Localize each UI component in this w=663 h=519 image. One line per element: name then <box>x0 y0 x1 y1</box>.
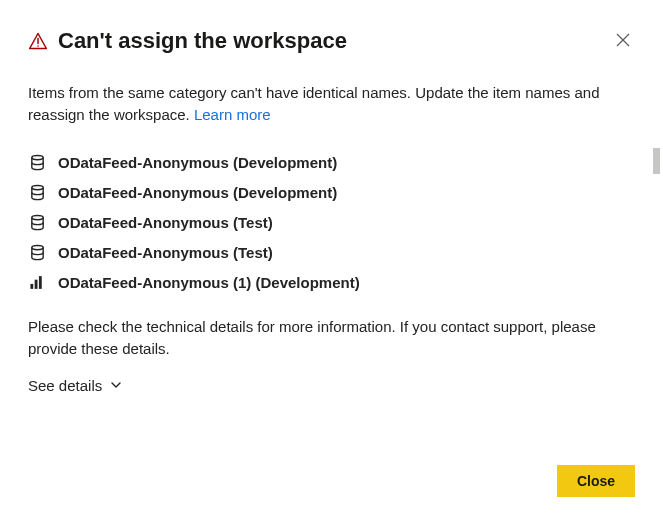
svg-rect-8 <box>30 284 33 289</box>
item-label: ODataFeed-Anonymous (1) (Development) <box>58 274 360 291</box>
dataset-icon <box>28 214 46 232</box>
list-item: ODataFeed-Anonymous (1) (Development) <box>28 268 635 298</box>
scrollbar-thumb[interactable] <box>653 148 660 174</box>
dialog-footer: Close <box>557 465 635 497</box>
list-item: ODataFeed-Anonymous (Development) <box>28 148 635 178</box>
svg-rect-10 <box>38 276 41 289</box>
report-icon <box>28 274 46 292</box>
title-wrap: Can't assign the workspace <box>28 28 347 54</box>
close-button[interactable]: Close <box>557 465 635 497</box>
dataset-icon <box>28 184 46 202</box>
svg-point-6 <box>31 216 42 220</box>
dataset-icon <box>28 244 46 262</box>
svg-point-5 <box>31 186 42 190</box>
warning-icon <box>28 31 48 51</box>
dialog-title: Can't assign the workspace <box>58 28 347 54</box>
chevron-down-icon <box>110 377 122 394</box>
item-label: ODataFeed-Anonymous (Test) <box>58 214 273 231</box>
svg-point-7 <box>31 246 42 250</box>
item-label: ODataFeed-Anonymous (Development) <box>58 154 337 171</box>
list-item: ODataFeed-Anonymous (Test) <box>28 208 635 238</box>
see-details-toggle[interactable]: See details <box>28 377 122 394</box>
dataset-icon <box>28 154 46 172</box>
learn-more-link[interactable]: Learn more <box>194 106 271 123</box>
see-details-label: See details <box>28 377 102 394</box>
list-item: ODataFeed-Anonymous (Development) <box>28 178 635 208</box>
dialog-header: Can't assign the workspace <box>28 28 635 54</box>
technical-text: Please check the technical details for m… <box>28 316 635 360</box>
item-label: ODataFeed-Anonymous (Test) <box>58 244 273 261</box>
list-item: ODataFeed-Anonymous (Test) <box>28 238 635 268</box>
conflict-item-list: ODataFeed-Anonymous (Development) ODataF… <box>28 148 635 298</box>
svg-point-4 <box>31 156 42 160</box>
item-label: ODataFeed-Anonymous (Development) <box>58 184 337 201</box>
svg-point-1 <box>37 45 39 47</box>
svg-rect-9 <box>34 280 37 289</box>
close-icon-button[interactable] <box>611 28 635 54</box>
intro-text-content: Items from the same category can't have … <box>28 84 600 123</box>
intro-text: Items from the same category can't have … <box>28 82 635 126</box>
close-icon <box>615 36 631 51</box>
